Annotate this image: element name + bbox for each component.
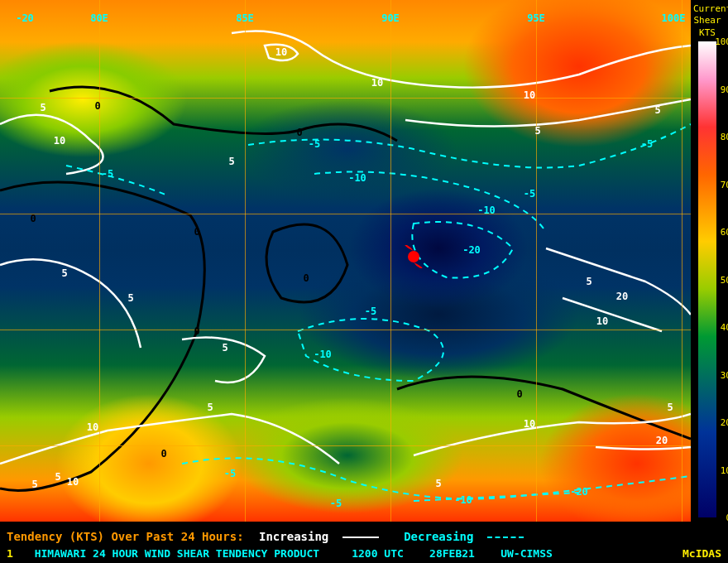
lon-gridline — [390, 0, 391, 522]
lat-gridline — [0, 214, 691, 214]
colorbar: Current Shear KTS 1009080706050403020100 — [693, 4, 721, 517]
solid-line-sample — [342, 537, 379, 538]
colorbar-title-1: Current — [693, 4, 721, 14]
legend-line: Tendency (KTS) Over Past 24 Hours: Incre… — [7, 530, 524, 543]
product-title: HIMAWARI 24 HOUR WIND SHEAR TENDENCY PRO… — [35, 547, 319, 560]
product-software: McIDAS — [682, 547, 721, 560]
colorbar-tick: 90 — [721, 84, 728, 94]
lon-gridline — [536, 0, 537, 522]
axis-label: 100E — [662, 12, 686, 24]
lat-gridline — [0, 98, 691, 99]
cyclone-icon — [402, 245, 425, 268]
lon-gridline — [682, 0, 682, 522]
colorbar-tick: 40 — [721, 322, 728, 333]
colorbar-tick: 50 — [721, 274, 728, 285]
footer: Tendency (KTS) Over Past 24 Hours: Incre… — [0, 525, 728, 563]
axis-label: -20 — [16, 12, 34, 24]
colorbar-tick: 10 — [721, 464, 728, 475]
colorbar-tick: 20 — [721, 417, 728, 428]
colorbar-tick: 70 — [721, 179, 728, 190]
map-area: 101010555105555201055101055205105-5-5-5-… — [0, 0, 691, 522]
product-time: 1200 UTC — [352, 547, 404, 560]
axis-label: 80E — [90, 12, 108, 24]
legend-label: Tendency (KTS) Over Past 24 Hours: — [7, 530, 244, 543]
lat-gridline — [0, 445, 691, 446]
legend-decreasing: Decreasing — [404, 530, 473, 543]
lon-gridline — [99, 0, 100, 522]
product-frame: 101010555105555201055101055205105-5-5-5-… — [0, 0, 728, 563]
colorbar-tick: 30 — [721, 369, 728, 380]
svg-point-0 — [408, 251, 419, 262]
colorbar-tick: 60 — [721, 227, 728, 238]
frame-number: 1 — [7, 547, 13, 560]
legend-increasing: Increasing — [259, 530, 328, 543]
axis-label: 95E — [527, 12, 545, 24]
shear-heatmap — [0, 0, 691, 522]
colorbar-title-2: Shear — [693, 16, 721, 26]
axis-label: 90E — [381, 12, 400, 24]
product-date: 28FEB21 — [429, 547, 475, 560]
colorbar-tick: 100 — [715, 36, 728, 47]
lat-gridline — [0, 330, 691, 330]
axis-label: 85E — [236, 12, 254, 24]
product-line: 1 HIMAWARI 24 HOUR WIND SHEAR TENDENCY P… — [7, 547, 721, 560]
lon-gridline — [245, 0, 246, 522]
colorbar-gradient: 1009080706050403020100 — [698, 41, 716, 517]
product-source: UW-CIMSS — [500, 547, 553, 560]
dashed-line-sample — [487, 537, 524, 538]
colorbar-tick: 80 — [721, 132, 728, 142]
